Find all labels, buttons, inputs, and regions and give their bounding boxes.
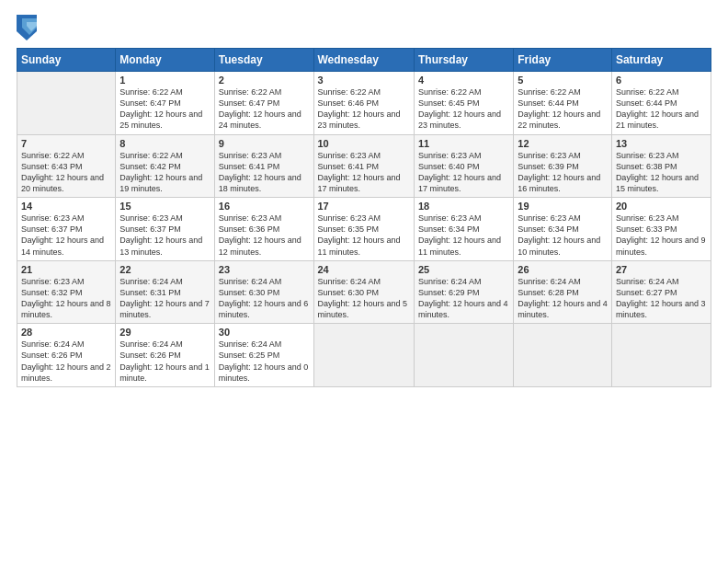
calendar-cell <box>611 324 711 387</box>
day-info: Sunrise: 6:23 AMSunset: 6:38 PMDaylight:… <box>616 150 707 195</box>
day-info: Sunrise: 6:24 AMSunset: 6:25 PMDaylight:… <box>219 339 310 384</box>
calendar-cell: 12Sunrise: 6:23 AMSunset: 6:39 PMDayligh… <box>514 134 612 198</box>
calendar-cell <box>514 324 612 387</box>
calendar-week-row: 14Sunrise: 6:23 AMSunset: 6:37 PMDayligh… <box>17 198 711 261</box>
day-number: 6 <box>616 75 707 86</box>
day-number: 29 <box>119 327 210 338</box>
day-number: 17 <box>318 201 410 212</box>
day-info: Sunrise: 6:24 AMSunset: 6:26 PMDaylight:… <box>119 339 210 384</box>
calendar-cell: 28Sunrise: 6:24 AMSunset: 6:26 PMDayligh… <box>17 324 116 387</box>
calendar-cell: 13Sunrise: 6:23 AMSunset: 6:38 PMDayligh… <box>611 134 711 198</box>
calendar-cell: 16Sunrise: 6:23 AMSunset: 6:36 PMDayligh… <box>214 198 313 261</box>
day-number: 25 <box>418 264 509 275</box>
day-info: Sunrise: 6:24 AMSunset: 6:29 PMDaylight:… <box>418 276 509 321</box>
calendar-header-row: SundayMondayTuesdayWednesdayThursdayFrid… <box>17 49 711 72</box>
day-number: 27 <box>616 264 707 275</box>
weekday-header: Thursday <box>414 49 513 72</box>
calendar-cell: 17Sunrise: 6:23 AMSunset: 6:35 PMDayligh… <box>313 198 414 261</box>
day-info: Sunrise: 6:22 AMSunset: 6:47 PMDaylight:… <box>219 86 310 132</box>
day-number: 18 <box>418 201 509 212</box>
calendar-cell: 3Sunrise: 6:22 AMSunset: 6:46 PMDaylight… <box>313 72 414 135</box>
day-info: Sunrise: 6:23 AMSunset: 6:34 PMDaylight:… <box>518 213 608 258</box>
day-info: Sunrise: 6:23 AMSunset: 6:33 PMDaylight:… <box>616 213 707 258</box>
day-info: Sunrise: 6:23 AMSunset: 6:41 PMDaylight:… <box>219 150 310 195</box>
calendar-cell: 20Sunrise: 6:23 AMSunset: 6:33 PMDayligh… <box>611 198 711 261</box>
calendar-week-row: 7Sunrise: 6:22 AMSunset: 6:43 PMDaylight… <box>17 134 711 198</box>
page: SundayMondayTuesdayWednesdayThursdayFrid… <box>0 0 728 563</box>
calendar-cell: 19Sunrise: 6:23 AMSunset: 6:34 PMDayligh… <box>514 198 612 261</box>
day-number: 19 <box>518 201 608 212</box>
day-number: 8 <box>119 138 210 149</box>
day-number: 23 <box>219 264 310 275</box>
calendar-cell: 24Sunrise: 6:24 AMSunset: 6:30 PMDayligh… <box>313 260 414 324</box>
day-number: 7 <box>21 138 111 149</box>
weekday-header: Monday <box>116 49 214 72</box>
day-number: 10 <box>318 138 410 149</box>
day-info: Sunrise: 6:24 AMSunset: 6:30 PMDaylight:… <box>219 276 310 321</box>
day-number: 24 <box>318 264 410 275</box>
calendar-cell: 26Sunrise: 6:24 AMSunset: 6:28 PMDayligh… <box>514 260 612 324</box>
calendar-cell <box>17 72 116 135</box>
day-number: 21 <box>21 264 111 275</box>
calendar-week-row: 28Sunrise: 6:24 AMSunset: 6:26 PMDayligh… <box>17 324 711 387</box>
day-number: 13 <box>616 138 707 149</box>
day-info: Sunrise: 6:23 AMSunset: 6:39 PMDaylight:… <box>518 150 608 195</box>
day-info: Sunrise: 6:22 AMSunset: 6:47 PMDaylight:… <box>119 86 210 132</box>
day-info: Sunrise: 6:22 AMSunset: 6:46 PMDaylight:… <box>318 86 410 132</box>
calendar-cell: 21Sunrise: 6:23 AMSunset: 6:32 PMDayligh… <box>17 260 116 324</box>
weekday-header: Tuesday <box>214 49 313 72</box>
day-info: Sunrise: 6:23 AMSunset: 6:37 PMDaylight:… <box>21 213 111 258</box>
calendar-cell: 25Sunrise: 6:24 AMSunset: 6:29 PMDayligh… <box>414 260 513 324</box>
day-number: 30 <box>219 327 310 338</box>
day-number: 11 <box>418 138 509 149</box>
calendar-cell: 14Sunrise: 6:23 AMSunset: 6:37 PMDayligh… <box>17 198 116 261</box>
day-number: 14 <box>21 201 111 212</box>
calendar-cell: 7Sunrise: 6:22 AMSunset: 6:43 PMDaylight… <box>17 134 116 198</box>
calendar-cell: 10Sunrise: 6:23 AMSunset: 6:41 PMDayligh… <box>313 134 414 198</box>
day-info: Sunrise: 6:22 AMSunset: 6:45 PMDaylight:… <box>418 86 509 132</box>
calendar-cell <box>414 324 513 387</box>
day-info: Sunrise: 6:23 AMSunset: 6:34 PMDaylight:… <box>418 213 509 258</box>
day-info: Sunrise: 6:22 AMSunset: 6:43 PMDaylight:… <box>21 150 111 195</box>
day-number: 2 <box>219 75 310 86</box>
calendar-cell: 30Sunrise: 6:24 AMSunset: 6:25 PMDayligh… <box>214 324 313 387</box>
day-number: 4 <box>418 75 509 86</box>
day-info: Sunrise: 6:23 AMSunset: 6:40 PMDaylight:… <box>418 150 509 195</box>
day-number: 16 <box>219 201 310 212</box>
day-number: 20 <box>616 201 707 212</box>
logo <box>17 15 40 40</box>
calendar-cell: 15Sunrise: 6:23 AMSunset: 6:37 PMDayligh… <box>116 198 214 261</box>
day-number: 12 <box>518 138 608 149</box>
day-info: Sunrise: 6:22 AMSunset: 6:44 PMDaylight:… <box>616 86 707 132</box>
weekday-header: Wednesday <box>313 49 414 72</box>
calendar-cell <box>313 324 414 387</box>
day-info: Sunrise: 6:22 AMSunset: 6:44 PMDaylight:… <box>518 86 608 132</box>
calendar-cell: 9Sunrise: 6:23 AMSunset: 6:41 PMDaylight… <box>214 134 313 198</box>
weekday-header: Sunday <box>17 49 116 72</box>
calendar-cell: 23Sunrise: 6:24 AMSunset: 6:30 PMDayligh… <box>214 260 313 324</box>
weekday-header: Friday <box>514 49 612 72</box>
logo-icon <box>17 15 37 40</box>
calendar-week-row: 21Sunrise: 6:23 AMSunset: 6:32 PMDayligh… <box>17 260 711 324</box>
calendar-table: SundayMondayTuesdayWednesdayThursdayFrid… <box>17 48 711 387</box>
day-info: Sunrise: 6:24 AMSunset: 6:28 PMDaylight:… <box>518 276 608 321</box>
calendar-cell: 27Sunrise: 6:24 AMSunset: 6:27 PMDayligh… <box>611 260 711 324</box>
day-number: 15 <box>119 201 210 212</box>
day-info: Sunrise: 6:23 AMSunset: 6:36 PMDaylight:… <box>219 213 310 258</box>
calendar-cell: 29Sunrise: 6:24 AMSunset: 6:26 PMDayligh… <box>116 324 214 387</box>
day-number: 5 <box>518 75 608 86</box>
day-number: 26 <box>518 264 608 275</box>
calendar-cell: 18Sunrise: 6:23 AMSunset: 6:34 PMDayligh… <box>414 198 513 261</box>
day-info: Sunrise: 6:24 AMSunset: 6:31 PMDaylight:… <box>119 276 210 321</box>
day-info: Sunrise: 6:23 AMSunset: 6:32 PMDaylight:… <box>21 276 111 321</box>
day-info: Sunrise: 6:23 AMSunset: 6:35 PMDaylight:… <box>318 213 410 258</box>
day-number: 1 <box>119 75 210 86</box>
day-number: 28 <box>21 327 111 338</box>
calendar-cell: 8Sunrise: 6:22 AMSunset: 6:42 PMDaylight… <box>116 134 214 198</box>
day-info: Sunrise: 6:23 AMSunset: 6:41 PMDaylight:… <box>318 150 410 195</box>
calendar-cell: 6Sunrise: 6:22 AMSunset: 6:44 PMDaylight… <box>611 72 711 135</box>
calendar-cell: 1Sunrise: 6:22 AMSunset: 6:47 PMDaylight… <box>116 72 214 135</box>
day-info: Sunrise: 6:24 AMSunset: 6:30 PMDaylight:… <box>318 276 410 321</box>
day-info: Sunrise: 6:24 AMSunset: 6:26 PMDaylight:… <box>21 339 111 384</box>
calendar-cell: 11Sunrise: 6:23 AMSunset: 6:40 PMDayligh… <box>414 134 513 198</box>
